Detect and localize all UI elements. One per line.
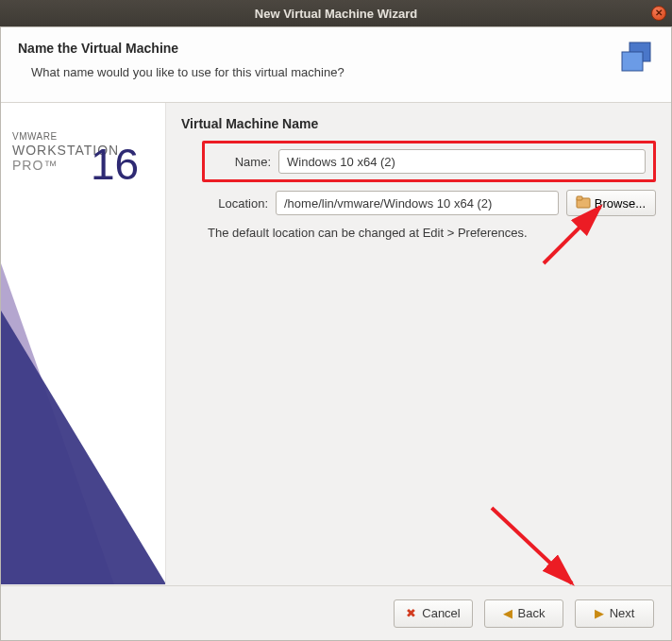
vm-icon [618,41,654,76]
folder-icon [577,196,590,211]
chevron-right-icon: ▶ [595,606,604,620]
dialog-footer: ✖ Cancel ◀ Back ▶ Next [1,585,671,640]
window-title: New Virtual Machine Wizard [255,7,417,21]
page-title: Name the Virtual Machine [18,41,654,56]
name-input[interactable] [278,149,646,174]
cancel-icon: ✖ [406,606,416,620]
dialog-body: Name the Virtual Machine What name would… [0,26,672,641]
name-label: Name: [212,155,278,169]
location-label: Location: [210,196,276,211]
next-button[interactable]: ▶ Next [575,599,654,628]
svg-rect-3 [577,196,582,200]
location-input[interactable] [276,191,559,215]
location-hint: The default location can be changed at E… [208,226,656,240]
back-button[interactable]: ◀ Back [484,599,563,628]
close-icon[interactable]: ✕ [651,6,666,21]
brand-version: 16 [91,139,139,190]
form-panel: Virtual Machine Name Name: Location: Bro… [166,103,671,584]
svg-rect-1 [622,52,643,71]
cancel-button[interactable]: ✖ Cancel [394,599,473,628]
titlebar: New Virtual Machine Wizard ✕ [0,0,672,26]
browse-button[interactable]: Browse... [566,190,656,216]
annotation-highlight: Name: [202,141,656,182]
cancel-label: Cancel [422,606,460,620]
sidebar-branding: VMWARE WORKSTATION PRO™ 16 [1,103,166,584]
chevron-left-icon: ◀ [503,606,512,620]
next-label: Next [610,606,635,620]
content-area: VMWARE WORKSTATION PRO™ 16 Virtual Machi… [1,103,671,584]
back-label: Back [518,606,546,620]
page-subtitle: What name would you like to use for this… [31,65,654,79]
section-title: Virtual Machine Name [181,116,656,131]
browse-label: Browse... [595,196,646,211]
decorative-triangle [1,311,166,584]
dialog-header: Name the Virtual Machine What name would… [1,27,671,103]
